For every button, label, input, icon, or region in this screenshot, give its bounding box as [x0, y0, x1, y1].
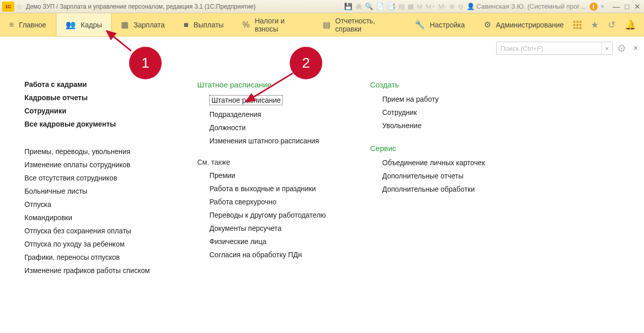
link-rabota-sverkhurochno[interactable]: Работа сверхурочно: [209, 198, 329, 206]
annotation-callout-1: 1: [129, 47, 162, 79]
link-premii[interactable]: Премии: [209, 171, 329, 179]
menu-nalogi[interactable]: % Налоги и взносы: [233, 13, 314, 36]
link-sotrudnik-create[interactable]: Сотрудник: [382, 108, 512, 116]
section-head-shtatnoe: Штатное расписание: [197, 80, 329, 89]
link-dolzhnosti[interactable]: Должности: [209, 124, 329, 132]
link-sotrudniki[interactable]: Сотрудники: [24, 107, 157, 115]
menu-kadry[interactable]: 👥 Кадры: [56, 13, 112, 36]
content-area: Работа с кадрами Кадровые отчеты Сотрудн…: [0, 55, 644, 280]
logo-1c: 1C: [2, 2, 14, 12]
link-komandirovki[interactable]: Командировки: [24, 214, 157, 222]
link-grafiki-perenosy[interactable]: Графики, переносы отпусков: [24, 253, 157, 261]
link-izmenenie-oplaty[interactable]: Изменение оплаты сотрудников: [24, 161, 157, 169]
print-icon[interactable]: 🖶: [355, 3, 362, 10]
menubar-right-icons: ★ ↺ 🔔: [573, 13, 644, 36]
link-shtatnoe-raspisanie-label: Штатное расписание: [209, 95, 283, 105]
calculator-icon[interactable]: ▦: [408, 3, 414, 10]
link-otpuska-po-uhodu[interactable]: Отпуска по уходу за ребенком: [24, 240, 157, 248]
link-dop-obrabotki[interactable]: Дополнительные обработки: [382, 185, 512, 193]
people-icon: 👥: [66, 20, 76, 29]
search-box[interactable]: ×: [496, 42, 613, 55]
table-icon: ▦: [121, 20, 129, 29]
menu-vyplaty[interactable]: ■ Выплаты: [174, 13, 233, 36]
link-kadrovye-otchety[interactable]: Кадровые отчеты: [24, 94, 157, 102]
titlebar-toolbar: 💾 🖶 🔍 📄 📑 ▤ ▦ M M+ M- ⊕ ⊖ 👤 Савинская З.…: [344, 3, 642, 11]
menu-nastroyka[interactable]: 🔧 Настройка: [406, 13, 475, 36]
menu-admin[interactable]: ⚙ Администрирование: [475, 13, 574, 36]
star-icon[interactable]: ★: [591, 19, 599, 31]
section-head-servis: Сервис: [370, 144, 512, 153]
link-shtatnoe-raspisanie[interactable]: Штатное расписание: [209, 95, 329, 105]
m-icon[interactable]: M: [417, 3, 423, 11]
link-priemy-perevody[interactable]: Приемы, переводы, увольнения: [24, 147, 157, 156]
favorite-star-icon[interactable]: ☆: [16, 3, 23, 11]
search-input[interactable]: [497, 45, 601, 52]
link-izmeneniya-shtatnogo[interactable]: Изменения штатного расписания: [209, 137, 329, 145]
link-perevody-rabotodatelyu[interactable]: Переводы к другому работодателю: [209, 211, 329, 219]
copy-icon[interactable]: 📄: [376, 3, 384, 10]
panel-close-button[interactable]: ×: [633, 44, 638, 53]
link-soglasiya-pdn[interactable]: Согласия на обработку ПДн: [209, 251, 329, 259]
menu-lines-icon: ≡: [9, 20, 14, 29]
zoom-in-icon[interactable]: ⊕: [449, 3, 455, 10]
current-user[interactable]: 👤 Савинская З.Ю. (Системный прог…: [467, 3, 586, 10]
link-priem-na-rabotu[interactable]: Прием на работу: [382, 95, 512, 103]
link-vse-otsutstviya[interactable]: Все отсутствия сотрудников: [24, 174, 157, 182]
link-vse-kadrovye-dokumenty[interactable]: Все кадровые документы: [24, 120, 157, 128]
link-obedinenie-kartochek[interactable]: Объединение личных карточек: [382, 159, 512, 167]
apps-grid-icon[interactable]: [573, 21, 581, 29]
zoom-out-icon[interactable]: ⊖: [458, 3, 464, 10]
maximize-button[interactable]: □: [624, 3, 631, 11]
link-rabota-vyhodnye[interactable]: Работа в выходные и праздники: [209, 185, 329, 193]
link-bolnichnye[interactable]: Больничные листы: [24, 187, 157, 195]
wallet-icon: ■: [183, 20, 189, 29]
menu-main[interactable]: ≡ Главное: [0, 13, 56, 36]
link-uvolnenie[interactable]: Увольнение: [382, 122, 512, 130]
preview-icon[interactable]: 🔍: [365, 3, 373, 10]
compare-icon[interactable]: 📑: [387, 3, 395, 10]
main-menu: ≡ Главное 👥 Кадры ▦ Зарплата ■ Выплаты %…: [0, 13, 644, 37]
section-head-sm-takzhe: См. также: [197, 158, 329, 166]
link-任何-podrazdeleniya[interactable]: Подразделения: [209, 110, 329, 118]
search-row: × ⚙ ×: [0, 37, 644, 55]
m-minus-icon[interactable]: M-: [438, 3, 446, 11]
menu-label: Администрирование: [496, 21, 564, 29]
window-title: Демо ЗУП / Зарплата и управление персона…: [26, 3, 256, 10]
menu-label: Настройка: [430, 21, 465, 29]
link-otpuska[interactable]: Отпуска: [24, 200, 157, 208]
save-icon[interactable]: 💾: [344, 3, 352, 10]
column-sozdat-servis: Создать Прием на работу Сотрудник Увольн…: [370, 80, 512, 280]
column-kadry-links: Работа с кадрами Кадровые отчеты Сотрудн…: [24, 80, 157, 280]
report-icon: ▤: [323, 20, 330, 29]
menu-label: Отчетность, справки: [335, 17, 396, 33]
menu-label: Зарплата: [134, 21, 165, 29]
menu-zarplata[interactable]: ▦ Зарплата: [112, 13, 174, 36]
link-fizicheskie-lica[interactable]: Физические лица: [209, 237, 329, 246]
link-dokumenty-persucheta[interactable]: Документы персучета: [209, 224, 329, 232]
search-clear-button[interactable]: ×: [601, 42, 612, 54]
m-plus-icon[interactable]: M+: [425, 3, 435, 11]
percent-icon: %: [242, 20, 250, 29]
menu-label: Кадры: [81, 21, 102, 29]
gear-icon: ⚙: [484, 20, 491, 29]
menu-label: Выплаты: [194, 21, 224, 29]
minimize-button[interactable]: —: [611, 3, 622, 11]
link-dop-otchety[interactable]: Дополнительные отчеты: [382, 172, 512, 180]
info-icon[interactable]: i: [590, 3, 598, 11]
calendar-icon[interactable]: ▤: [398, 3, 405, 10]
close-button[interactable]: ✕: [633, 3, 642, 11]
menu-otchetnost[interactable]: ▤ Отчетность, справки: [314, 13, 406, 36]
link-otpuska-bez-oplaty[interactable]: Отпуска без сохранения оплаты: [24, 227, 157, 235]
link-izmenenie-grafikov[interactable]: Изменение графиков работы списком: [24, 266, 157, 275]
menu-label: Налоги и взносы: [255, 17, 303, 33]
bell-icon[interactable]: 🔔: [625, 19, 636, 31]
annotation-callout-2: 2: [290, 47, 322, 79]
link-rabota-s-kadrami[interactable]: Работа с кадрами: [24, 80, 157, 88]
dropdown-icon[interactable]: ▾: [601, 3, 604, 10]
section-head-sozdat: Создать: [370, 80, 512, 89]
wrench-icon: 🔧: [415, 20, 425, 29]
user-name-label: Савинская З.Ю. (Системный прог…: [476, 3, 586, 10]
settings-gear-icon[interactable]: ⚙: [617, 42, 626, 54]
titlebar: 1C ☆ Демо ЗУП / Зарплата и управление пе…: [0, 0, 644, 13]
history-icon[interactable]: ↺: [608, 19, 616, 31]
